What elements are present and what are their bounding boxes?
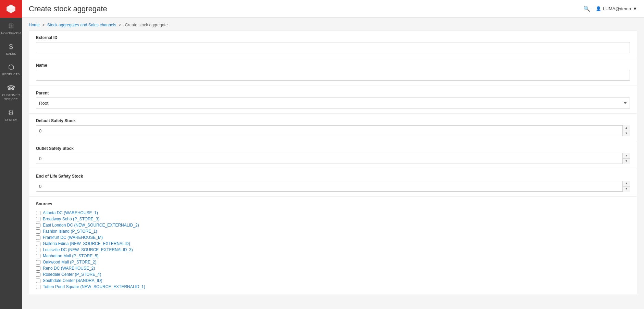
source-checkbox[interactable] bbox=[36, 266, 40, 271]
source-checkbox[interactable] bbox=[36, 217, 40, 221]
products-icon: ⬡ bbox=[8, 63, 14, 72]
breadcrumb-home[interactable]: Home bbox=[29, 23, 40, 27]
source-label[interactable]: East London DC (NEW_SOURCE_EXTERNALID_2) bbox=[43, 223, 139, 228]
sidebar: ⊞ DASHBOARD $ SALES ⬡ PRODUCTS ☎ CUSTOME… bbox=[0, 0, 22, 309]
default-safety-stock-spinners: ▲ ▼ bbox=[622, 125, 630, 136]
sources-group: Sources Atlanta DC (WAREHOUSE_1)Broadway… bbox=[29, 197, 637, 295]
name-group: Name bbox=[29, 58, 637, 86]
default-safety-stock-up[interactable]: ▲ bbox=[623, 125, 630, 131]
source-item: Frankfurt DC (WAREHOUSE_M) bbox=[36, 234, 630, 241]
source-checkbox[interactable] bbox=[36, 211, 40, 215]
source-label[interactable]: Frankfurt DC (WAREHOUSE_M) bbox=[43, 235, 103, 240]
end-of-life-safety-stock-down[interactable]: ▼ bbox=[623, 186, 630, 192]
end-of-life-safety-stock-input[interactable] bbox=[36, 181, 630, 192]
source-checkbox[interactable] bbox=[36, 223, 40, 228]
source-item: Southdale Center (SANDRA_ID) bbox=[36, 278, 630, 284]
user-menu[interactable]: 👤 LUMA@demo ▼ bbox=[596, 6, 637, 11]
header: Create stock aggregate 🔍 👤 LUMA@demo ▼ bbox=[22, 0, 644, 18]
source-item: Totten Pond Square (NEW_SOURCE_EXTERNALI… bbox=[36, 284, 630, 290]
sidebar-item-label: SYSTEM bbox=[4, 118, 17, 122]
sidebar-item-label: SALES bbox=[6, 52, 16, 56]
parent-select[interactable]: Root bbox=[36, 98, 630, 108]
source-checkbox[interactable] bbox=[36, 229, 40, 234]
external-id-label: External ID bbox=[36, 35, 630, 40]
outlet-safety-stock-wrapper: ▲ ▼ bbox=[36, 153, 630, 164]
source-label[interactable]: Atlanta DC (WAREHOUSE_1) bbox=[43, 210, 98, 215]
source-checkbox[interactable] bbox=[36, 279, 40, 283]
system-icon: ⚙ bbox=[8, 108, 14, 117]
sidebar-item-sales[interactable]: $ SALES bbox=[0, 39, 22, 60]
breadcrumb-section[interactable]: Stock aggregates and Sales channels bbox=[47, 23, 116, 27]
source-checkbox[interactable] bbox=[36, 260, 40, 265]
source-checkbox[interactable] bbox=[36, 254, 40, 258]
source-label[interactable]: Rosedale Center (P_STORE_4) bbox=[43, 272, 101, 277]
page-title: Create stock aggregate bbox=[29, 4, 107, 13]
default-safety-stock-wrapper: ▲ ▼ bbox=[36, 125, 630, 136]
parent-label: Parent bbox=[36, 91, 630, 95]
external-id-input[interactable] bbox=[36, 42, 630, 53]
sources-list: Atlanta DC (WAREHOUSE_1)Broadway Soho (P… bbox=[36, 210, 630, 290]
source-item: Broadway Soho (P_STORE_3) bbox=[36, 216, 630, 222]
source-label[interactable]: Fashion Island (P_STORE_1) bbox=[43, 229, 97, 234]
source-checkbox[interactable] bbox=[36, 272, 40, 277]
form-section: External ID Name Parent Root Default Saf… bbox=[29, 30, 637, 295]
sidebar-logo[interactable] bbox=[0, 0, 22, 18]
end-of-life-safety-stock-label: End of Life Safety Stock bbox=[36, 174, 630, 179]
name-label: Name bbox=[36, 63, 630, 68]
customer-service-icon: ☎ bbox=[7, 83, 15, 92]
source-label[interactable]: Louisville DC (NEW_SOURCE_EXTERNALID_3) bbox=[43, 247, 133, 252]
source-label[interactable]: Totten Pond Square (NEW_SOURCE_EXTERNALI… bbox=[43, 284, 145, 289]
source-checkbox[interactable] bbox=[36, 248, 40, 252]
breadcrumb-separator: > bbox=[119, 23, 122, 27]
end-of-life-safety-stock-up[interactable]: ▲ bbox=[623, 181, 630, 186]
sidebar-item-products[interactable]: ⬡ PRODUCTS bbox=[0, 59, 22, 80]
default-safety-stock-down[interactable]: ▼ bbox=[623, 131, 630, 137]
sidebar-item-dashboard[interactable]: ⊞ DASHBOARD bbox=[0, 18, 22, 39]
external-id-group: External ID bbox=[29, 30, 637, 58]
breadcrumb-current: Create stock aggregate bbox=[125, 23, 168, 27]
sidebar-item-system[interactable]: ⚙ SYSTEM bbox=[0, 105, 22, 126]
name-input[interactable] bbox=[36, 70, 630, 81]
source-label[interactable]: Galleria Edina (NEW_SOURCE_EXTERNALID) bbox=[43, 241, 130, 246]
source-item: Manhattan Mall (P_STORE_5) bbox=[36, 253, 630, 259]
user-name: LUMA@demo bbox=[603, 6, 631, 11]
source-item: Atlanta DC (WAREHOUSE_1) bbox=[36, 210, 630, 216]
source-item: Galleria Edina (NEW_SOURCE_EXTERNALID) bbox=[36, 241, 630, 247]
source-checkbox[interactable] bbox=[36, 285, 40, 289]
sales-icon: $ bbox=[9, 42, 13, 51]
outlet-safety-stock-input[interactable] bbox=[36, 153, 630, 164]
sidebar-item-customer-service[interactable]: ☎ CUSTOMER SERVICE bbox=[0, 80, 22, 105]
header-actions: 🔍 👤 LUMA@demo ▼ bbox=[583, 5, 637, 12]
source-item: Reno DC (WAREHOUSE_2) bbox=[36, 265, 630, 271]
main-content: Create stock aggregate 🔍 👤 LUMA@demo ▼ H… bbox=[22, 0, 644, 309]
search-icon[interactable]: 🔍 bbox=[583, 5, 590, 12]
outlet-safety-stock-group: Outlet Safety Stock ▲ ▼ bbox=[29, 141, 637, 169]
default-safety-stock-input[interactable] bbox=[36, 125, 630, 136]
source-checkbox[interactable] bbox=[36, 235, 40, 240]
source-label[interactable]: Oakwood Mall (P_STORE_2) bbox=[43, 260, 97, 265]
outlet-safety-stock-spinners: ▲ ▼ bbox=[622, 153, 630, 164]
source-item: Oakwood Mall (P_STORE_2) bbox=[36, 259, 630, 265]
outlet-safety-stock-up[interactable]: ▲ bbox=[623, 153, 630, 159]
source-item: Fashion Island (P_STORE_1) bbox=[36, 228, 630, 234]
sources-label: Sources bbox=[36, 202, 630, 206]
outlet-safety-stock-down[interactable]: ▼ bbox=[623, 159, 630, 164]
breadcrumb-separator: > bbox=[42, 23, 46, 27]
sidebar-item-label: DASHBOARD bbox=[1, 31, 21, 35]
dashboard-icon: ⊞ bbox=[8, 21, 14, 30]
end-of-life-safety-stock-wrapper: ▲ ▼ bbox=[36, 181, 630, 192]
source-item: East London DC (NEW_SOURCE_EXTERNALID_2) bbox=[36, 222, 630, 228]
source-label[interactable]: Broadway Soho (P_STORE_3) bbox=[43, 217, 99, 221]
source-item: Rosedale Center (P_STORE_4) bbox=[36, 271, 630, 278]
source-checkbox[interactable] bbox=[36, 242, 40, 246]
source-label[interactable]: Reno DC (WAREHOUSE_2) bbox=[43, 266, 95, 271]
sidebar-item-label: PRODUCTS bbox=[2, 73, 20, 77]
breadcrumb: Home > Stock aggregates and Sales channe… bbox=[22, 18, 644, 30]
parent-group: Parent Root bbox=[29, 86, 637, 114]
end-of-life-safety-stock-spinners: ▲ ▼ bbox=[622, 181, 630, 192]
source-label[interactable]: Southdale Center (SANDRA_ID) bbox=[43, 278, 102, 283]
form-content: External ID Name Parent Root Default Saf… bbox=[22, 30, 644, 302]
source-label[interactable]: Manhattan Mall (P_STORE_5) bbox=[43, 254, 99, 258]
default-safety-stock-label: Default Safety Stock bbox=[36, 118, 630, 123]
sidebar-item-label: CUSTOMER SERVICE bbox=[1, 93, 21, 101]
